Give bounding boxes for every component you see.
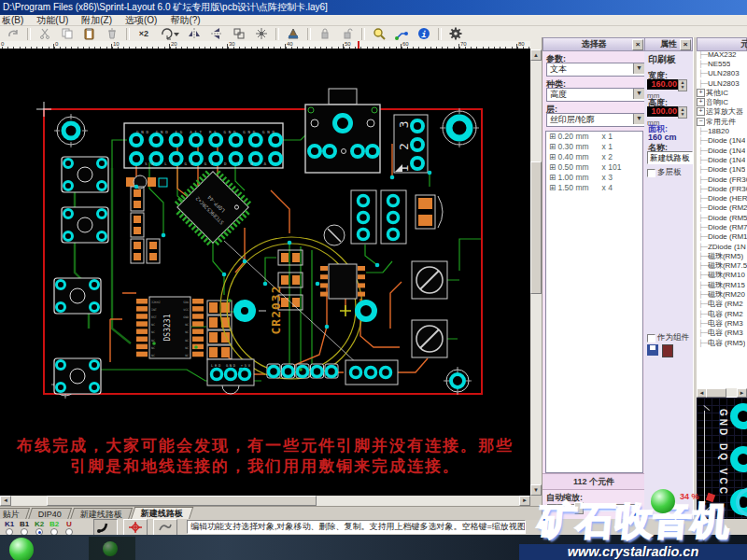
header-pad[interactable]: [231, 134, 242, 146]
pin-pad[interactable]: [388, 230, 399, 240]
width-value[interactable]: 160.00: [647, 79, 679, 90]
tree-item[interactable]: ├─电容 (RM2: [697, 300, 747, 309]
zoom-icon[interactable]: [369, 26, 389, 42]
tree-item[interactable]: ├─磁珠(RM5): [697, 251, 747, 260]
scroll-left-icon[interactable]: ◄: [0, 496, 11, 506]
tree-item[interactable]: ├─Diode (FR30: [697, 184, 747, 193]
header-pad[interactable]: [171, 134, 182, 146]
via[interactable]: [243, 259, 247, 264]
pin-pad[interactable]: [359, 230, 369, 240]
board-tab[interactable]: 新建线路板: [131, 507, 194, 520]
paste-icon[interactable]: [79, 26, 100, 42]
via[interactable]: [325, 325, 330, 329]
as-component-checkbox[interactable]: 作为组件: [647, 332, 689, 343]
tree-item[interactable]: ├─Diode (1N5: [697, 165, 747, 175]
menu-item[interactable]: 板(B): [0, 14, 30, 27]
param-combo[interactable]: 文本▼: [546, 63, 645, 77]
tree-item[interactable]: +其他IC: [697, 88, 747, 97]
via[interactable]: [288, 241, 292, 245]
via[interactable]: [162, 233, 166, 238]
tact-switch[interactable]: [62, 207, 108, 243]
close-icon[interactable]: ×: [680, 39, 691, 50]
tree-item[interactable]: +运算放大器: [697, 107, 747, 117]
properties-panel-header[interactable]: 属性×: [644, 37, 693, 51]
via[interactable]: [239, 368, 244, 372]
tree-item[interactable]: ├─MAX232: [697, 49, 747, 59]
via[interactable]: [375, 263, 380, 268]
pin-pad[interactable]: [388, 213, 399, 223]
group-icon[interactable]: [229, 26, 249, 42]
hscroll-thumb[interactable]: [47, 496, 317, 506]
selector-size-row[interactable]: ⊞ 0.20 mmx 1: [546, 132, 642, 142]
via[interactable]: [222, 273, 227, 277]
header-pad[interactable]: [270, 153, 281, 164]
info-icon[interactable]: i: [414, 26, 434, 42]
selector-panel-header[interactable]: 选择器×: [543, 37, 645, 51]
tact-switch[interactable]: [54, 358, 101, 394]
library-tree[interactable]: ├─MAX232 ├─NE555 ├─ULN2803 ├─ULN2803+其他I…: [697, 49, 747, 387]
tree-item[interactable]: ├─磁珠(RM20: [697, 289, 747, 299]
height-value[interactable]: 100.00: [647, 106, 679, 117]
tree-item[interactable]: ├─18B20: [697, 126, 747, 135]
tree-item[interactable]: ├─Diode (RM2: [697, 203, 747, 213]
libhs-thumb[interactable]: [706, 388, 726, 398]
pin-pad[interactable]: [359, 196, 369, 206]
mirror-vertical-icon[interactable]: [206, 26, 227, 42]
tree-item[interactable]: ├─Diode (HER: [697, 193, 747, 203]
copper-pour-icon[interactable]: [283, 26, 303, 42]
chevron-down-icon[interactable]: ▼: [633, 89, 644, 99]
kind-combo[interactable]: 高度▼: [546, 88, 645, 102]
header-pad[interactable]: [210, 134, 221, 146]
copy-icon[interactable]: [57, 26, 78, 42]
menu-item[interactable]: 选项(O): [119, 14, 163, 27]
header-pad[interactable]: [270, 134, 281, 146]
redo-icon[interactable]: [3, 26, 23, 42]
tree-item[interactable]: −常用元件: [697, 117, 747, 126]
selector-size-row[interactable]: ⊞ 1.50 mmx 4: [546, 183, 642, 193]
tree-item[interactable]: ├─电容 (RM5): [697, 338, 747, 347]
tact-switch[interactable]: [54, 278, 101, 314]
tree-item[interactable]: ├─磁珠(RM10: [697, 271, 747, 280]
chevron-down-icon[interactable]: ▼: [633, 114, 644, 124]
pin-pad[interactable]: [388, 196, 399, 206]
tree-item[interactable]: ├─磁珠(RM15: [697, 280, 747, 289]
tree-item[interactable]: ├─电容 (RM2: [697, 309, 747, 318]
screw-terminal-1[interactable]: [412, 261, 447, 299]
tree-item[interactable]: ├─电容 (RM3: [697, 318, 747, 328]
tree-item[interactable]: ├─ZDiode (1N: [697, 242, 747, 251]
menu-item[interactable]: 附加(Z): [75, 14, 119, 27]
horizontal-scrollbar[interactable]: ◄ ►: [0, 496, 530, 506]
settings-gear-icon[interactable]: [445, 26, 466, 42]
selector-size-row[interactable]: ⊞ 0.50 mmx 101: [546, 162, 642, 173]
tree-item[interactable]: ├─NE555: [697, 59, 747, 68]
library-hscrollbar[interactable]: ◄ ►: [697, 388, 747, 397]
photoview-button[interactable]: [123, 519, 148, 536]
name-input[interactable]: 新建线路板: [647, 151, 693, 164]
tree-item[interactable]: +音响IC: [697, 97, 747, 106]
width-spinner[interactable]: ▲▼: [678, 79, 687, 91]
via[interactable]: [428, 171, 432, 175]
menu-item[interactable]: 功能(U): [30, 14, 75, 27]
tact-switch[interactable]: [62, 157, 108, 192]
duplicate-x2-button[interactable]: ×2: [134, 26, 154, 42]
tree-item[interactable]: ├─Diode (1N4: [697, 146, 747, 155]
bottom-conn-3[interactable]: [345, 360, 398, 385]
layer-combo[interactable]: 丝印层/轮廓▼: [546, 113, 645, 127]
via[interactable]: [390, 175, 395, 180]
test-icon[interactable]: [251, 26, 272, 42]
height-spinner[interactable]: ▲▼: [678, 106, 687, 119]
tree-item[interactable]: ├─Diode (FR30: [697, 175, 747, 184]
save-icon[interactable]: [647, 344, 658, 356]
scroll-down-icon[interactable]: ▼: [530, 484, 542, 496]
rotate-button[interactable]: [156, 26, 182, 42]
header-pad[interactable]: [190, 134, 202, 146]
track-tool-button[interactable]: [93, 519, 118, 536]
tree-item[interactable]: ├─ULN2803: [697, 78, 747, 88]
header-pad[interactable]: [131, 134, 142, 146]
via[interactable]: [134, 185, 139, 189]
header-pad[interactable]: [250, 134, 261, 146]
tree-item[interactable]: ├─Diode (1N4: [697, 136, 747, 146]
speaker-icon[interactable]: [662, 344, 673, 357]
selector-size-row[interactable]: ⊞ 0.40 mmx 2: [546, 152, 642, 162]
pcb-canvas[interactable]: GND GND FG ATT RE GND GND GND SK LT GD G…: [0, 49, 530, 496]
